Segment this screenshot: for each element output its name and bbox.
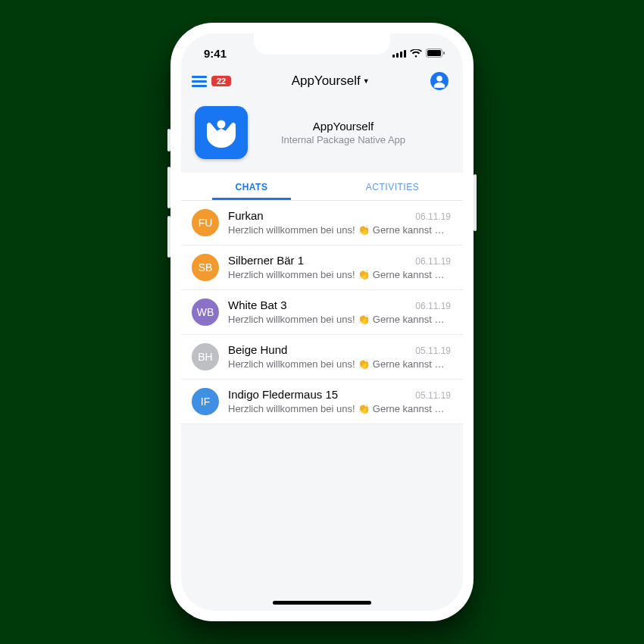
svg-rect-2 xyxy=(400,52,402,58)
header-subtitle: Internal Package Native App xyxy=(260,134,427,145)
svg-point-8 xyxy=(436,76,442,82)
header-title: AppYourself xyxy=(260,120,427,133)
chat-item[interactable]: WBWhite Bat 306.11.19Herzlich willkommen… xyxy=(181,290,463,335)
side-button xyxy=(167,167,170,208)
menu-icon[interactable] xyxy=(192,76,207,87)
chat-date: 05.11.19 xyxy=(415,345,451,356)
chevron-down-icon: ▼ xyxy=(363,77,370,85)
side-button xyxy=(167,216,170,258)
chat-name: Beige Hund xyxy=(228,343,287,356)
status-time: 9:41 xyxy=(204,47,227,60)
svg-point-9 xyxy=(217,120,226,129)
chat-preview: Herzlich willkommen bei uns! 👏 Gerne kan… xyxy=(228,403,451,414)
app-logo xyxy=(195,106,248,159)
chat-list: FUFurkan06.11.19Herzlich willkommen bei … xyxy=(181,201,463,424)
chat-date: 06.11.19 xyxy=(415,211,451,222)
chat-name: White Bat 3 xyxy=(228,299,287,311)
chat-item[interactable]: SBSilberner Bär 106.11.19Herzlich willko… xyxy=(181,245,463,290)
tabs: CHATS ACTIVITIES xyxy=(181,173,463,201)
wifi-icon xyxy=(410,49,422,58)
side-button xyxy=(167,129,170,152)
battery-icon xyxy=(426,48,445,58)
app-title-label: AppYourself xyxy=(292,73,361,89)
chat-date: 06.11.19 xyxy=(415,301,451,311)
profile-icon[interactable] xyxy=(430,71,449,91)
app-header: AppYourself Internal Package Native App xyxy=(181,95,463,173)
chat-item[interactable]: IFIndigo Fledermaus 1505.11.19Herzlich w… xyxy=(181,380,463,424)
chat-item[interactable]: FUFurkan06.11.19Herzlich willkommen bei … xyxy=(181,201,463,245)
svg-rect-3 xyxy=(404,50,406,58)
avatar: FU xyxy=(192,209,219,236)
chat-name: Furkan xyxy=(228,209,264,222)
tab-activities[interactable]: ACTIVITIES xyxy=(322,173,463,200)
home-indicator[interactable] xyxy=(273,601,371,605)
svg-rect-1 xyxy=(396,53,399,58)
chat-name: Silberner Bär 1 xyxy=(228,254,304,267)
notch xyxy=(254,33,390,55)
svg-rect-0 xyxy=(392,55,395,58)
screen: 9:41 22 AppYourself ▼ xyxy=(181,33,463,611)
phone-frame: 9:41 22 AppYourself ▼ xyxy=(170,23,474,621)
avatar: IF xyxy=(192,388,219,415)
svg-rect-5 xyxy=(427,50,441,56)
chat-name: Indigo Fledermaus 15 xyxy=(228,388,338,401)
chat-date: 05.11.19 xyxy=(415,390,451,401)
status-icons xyxy=(392,48,445,58)
app-title-dropdown[interactable]: AppYourself ▼ xyxy=(292,73,370,89)
avatar: SB xyxy=(192,254,219,281)
chat-item[interactable]: BHBeige Hund05.11.19Herzlich willkommen … xyxy=(181,335,463,380)
chat-preview: Herzlich willkommen bei uns! 👏 Gerne kan… xyxy=(228,358,451,370)
chat-preview: Herzlich willkommen bei uns! 👏 Gerne kan… xyxy=(228,314,451,325)
app-bar: 22 AppYourself ▼ xyxy=(181,64,463,95)
chat-preview: Herzlich willkommen bei uns! 👏 Gerne kan… xyxy=(228,269,451,280)
svg-rect-6 xyxy=(443,52,445,55)
tab-chats[interactable]: CHATS xyxy=(181,173,322,200)
avatar: WB xyxy=(192,299,219,326)
avatar: BH xyxy=(192,343,219,370)
chat-date: 06.11.19 xyxy=(415,256,451,267)
chat-preview: Herzlich willkommen bei uns! 👏 Gerne kan… xyxy=(228,224,451,236)
notification-badge[interactable]: 22 xyxy=(211,76,231,86)
side-button xyxy=(474,174,477,231)
cellular-signal-icon xyxy=(392,49,406,58)
